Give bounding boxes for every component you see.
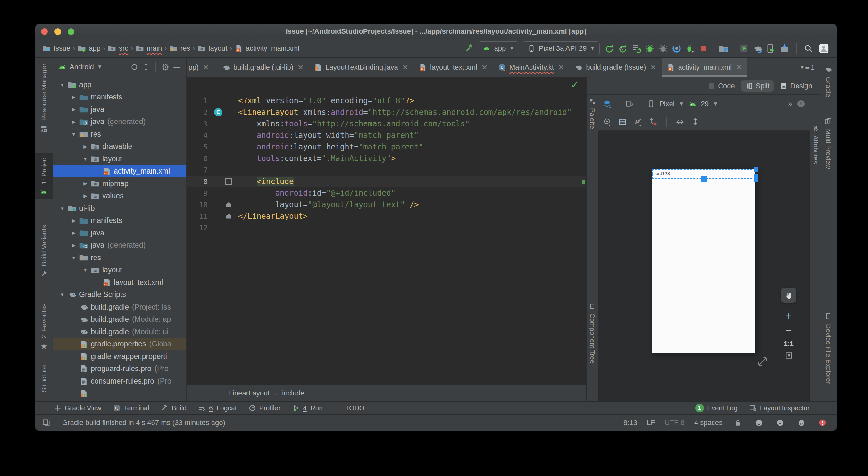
tree-item-build-gradle[interactable]: build.gradle(Module: ui xyxy=(53,326,186,338)
sidebar-item-1-project[interactable]: 1: Project xyxy=(35,153,53,199)
tree-item-layout[interactable]: ▼layout xyxy=(53,153,186,165)
code-line-4[interactable]: 4 android:layout_width="match_parent" xyxy=(187,129,586,141)
tree-expand-arrow-icon[interactable]: ▼ xyxy=(57,82,68,88)
project-structure-button[interactable] xyxy=(718,43,730,54)
tree-expand-arrow-icon[interactable]: ▼ xyxy=(68,255,79,261)
close-icon[interactable]: ✕ xyxy=(736,63,742,72)
tree-item-gradle-wrapper-properti[interactable]: gradle-wrapper.properti xyxy=(53,350,186,363)
breadcrumb-res[interactable]: res xyxy=(169,44,190,53)
apply-changes-button[interactable] xyxy=(603,43,615,54)
toolwindow-button-todo[interactable]: TODO xyxy=(334,404,365,412)
status-line-ending[interactable]: LF xyxy=(647,419,655,427)
code-line-9[interactable]: 9 android:id="@+id/included" xyxy=(187,187,586,199)
tree-collapse-arrow-icon[interactable]: ▶ xyxy=(68,119,79,125)
code-line-12[interactable]: 12 xyxy=(187,222,586,234)
sdk-manager-button[interactable] xyxy=(779,43,790,54)
zoom-in-button[interactable]: + xyxy=(786,310,792,321)
fold-collapse-icon[interactable] xyxy=(225,178,232,185)
tab-layouttextbinding-java[interactable]: JLayoutTextBinding.java✕ xyxy=(309,58,413,77)
sidebar-item-gradle[interactable]: Gradle xyxy=(820,62,837,100)
design-surface-icon[interactable] xyxy=(602,99,612,109)
code-line-7[interactable]: 7 xyxy=(187,164,586,176)
tool-window-toggle-icon[interactable] xyxy=(42,418,51,427)
selection-handle[interactable] xyxy=(753,167,758,172)
tree-item-drawable[interactable]: ▶drawable xyxy=(53,141,186,153)
tree-expand-arrow-icon[interactable]: ▼ xyxy=(68,131,79,137)
search-everywhere-button[interactable] xyxy=(803,43,814,54)
chevron-down-icon[interactable]: ▼ xyxy=(97,64,102,70)
attach-debugger-button[interactable] xyxy=(684,43,696,54)
breadcrumb-main[interactable]: main xyxy=(135,44,162,53)
close-window-button[interactable] xyxy=(41,28,48,35)
tab-build-gradle-ui-lib[interactable]: build.gradle (:ui-lib)✕ xyxy=(217,58,309,77)
code-line-1[interactable]: 1<?xml version="1.0" encoding="utf-8"?> xyxy=(187,95,586,107)
line-number[interactable]: 10 xyxy=(187,201,213,209)
code-line-10[interactable]: 10 layout="@layout/layout_text" /> xyxy=(187,199,586,210)
status-frown-button[interactable] xyxy=(774,417,786,428)
breadcrumb-issue[interactable]: Issue xyxy=(42,44,70,53)
breadcrumb-app[interactable]: app xyxy=(78,44,101,53)
tree-item-java[interactable]: ▶java(generated) xyxy=(53,239,186,252)
sidebar-item-2-favorites[interactable]: 2: Favorites★ xyxy=(35,300,53,354)
device-manager-button[interactable] xyxy=(738,43,750,54)
mode-tab-split[interactable]: Split xyxy=(741,80,774,92)
line-number[interactable]: 4 xyxy=(187,131,213,140)
zoom-out-button[interactable]: − xyxy=(786,325,792,336)
tree-collapse-arrow-icon[interactable]: ▶ xyxy=(80,193,91,199)
breadcrumb-layout[interactable]: layout xyxy=(197,44,227,53)
status-message[interactable]: Gradle build finished in 4 s 467 ms (33 … xyxy=(62,419,225,427)
run-configuration-chooser[interactable]: app ▼ xyxy=(478,41,519,55)
close-icon[interactable]: ✕ xyxy=(650,63,656,72)
issues-icon[interactable] xyxy=(797,99,806,109)
line-number[interactable]: 3 xyxy=(187,120,213,128)
line-number[interactable]: 2 xyxy=(187,109,213,116)
pan-button[interactable] xyxy=(781,288,796,303)
grid-icon[interactable] xyxy=(618,117,627,126)
resize-handle-icon[interactable] xyxy=(756,355,769,368)
collapse-all-icon[interactable] xyxy=(142,63,150,71)
status-file-encoding[interactable]: UTF-8 xyxy=(665,419,685,427)
fold-end-icon[interactable] xyxy=(226,202,231,207)
tree-item-java[interactable]: ▶java(generated) xyxy=(53,116,186,128)
project-view-selector[interactable]: Android xyxy=(69,63,94,71)
line-number[interactable]: 11 xyxy=(187,212,213,220)
design-api-selector[interactable]: 29 xyxy=(701,100,709,108)
tree-item-app[interactable]: ▼app xyxy=(53,79,186,91)
tab-activity-main-xml[interactable]: <>activity_main.xml✕ xyxy=(661,58,747,77)
profiler-button[interactable] xyxy=(671,43,682,54)
zoom-actual-button[interactable]: 1:1 xyxy=(784,340,793,347)
tree-item-values[interactable]: ▶values xyxy=(53,190,186,202)
gradle-sync-button[interactable] xyxy=(752,43,763,54)
gear-icon[interactable]: ⚙ xyxy=(161,63,169,71)
profile-avatar[interactable] xyxy=(818,43,830,54)
sidebar-item-build-variants[interactable]: Build Variants xyxy=(35,222,53,281)
sidebar-item-device-file-explorer[interactable]: Device File Explorer xyxy=(820,309,837,387)
tree-item-java[interactable]: ▶java xyxy=(53,103,186,116)
code-line-11[interactable]: 11</LinearLayout> xyxy=(187,210,586,222)
tree-collapse-arrow-icon[interactable]: ▶ xyxy=(68,107,79,112)
horizontal-expand-icon[interactable]: ↔ xyxy=(675,117,684,126)
orientation-icon[interactable] xyxy=(625,99,634,109)
clear-constraints-icon[interactable] xyxy=(649,117,658,126)
component-tree-tab[interactable]: Component Tree xyxy=(587,303,598,363)
toolwindow-button-profiler[interactable]: Profiler xyxy=(248,404,281,412)
zoom-to-fit-icon[interactable] xyxy=(785,351,793,360)
tree-collapse-arrow-icon[interactable]: ▶ xyxy=(68,218,79,224)
sidebar-item-resource-manager[interactable]: Resource Manager xyxy=(35,60,53,136)
tree-item-item[interactable] xyxy=(53,387,186,400)
selection-handle[interactable] xyxy=(701,176,707,182)
selection-handle[interactable] xyxy=(753,175,758,182)
device-chooser[interactable]: Pixel 3a API 29 ▼ xyxy=(523,41,600,55)
status-smile-button[interactable] xyxy=(753,417,765,428)
zoom-window-button[interactable] xyxy=(68,28,74,35)
status-lock-button[interactable] xyxy=(732,417,744,428)
close-icon[interactable]: ✕ xyxy=(558,63,564,72)
close-icon[interactable]: ✕ xyxy=(298,63,304,72)
tree-item-manifests[interactable]: ▶manifests xyxy=(53,215,186,227)
minimize-window-button[interactable] xyxy=(55,28,61,35)
select-opened-file-icon[interactable] xyxy=(130,63,138,71)
mode-tab-code[interactable]: Code xyxy=(703,80,739,92)
code-line-5[interactable]: 5 android:layout_height="match_parent" xyxy=(187,141,586,153)
rerun-button[interactable] xyxy=(630,43,642,54)
toolwindow-button-layout-inspector[interactable]: Layout Inspector xyxy=(749,404,810,412)
